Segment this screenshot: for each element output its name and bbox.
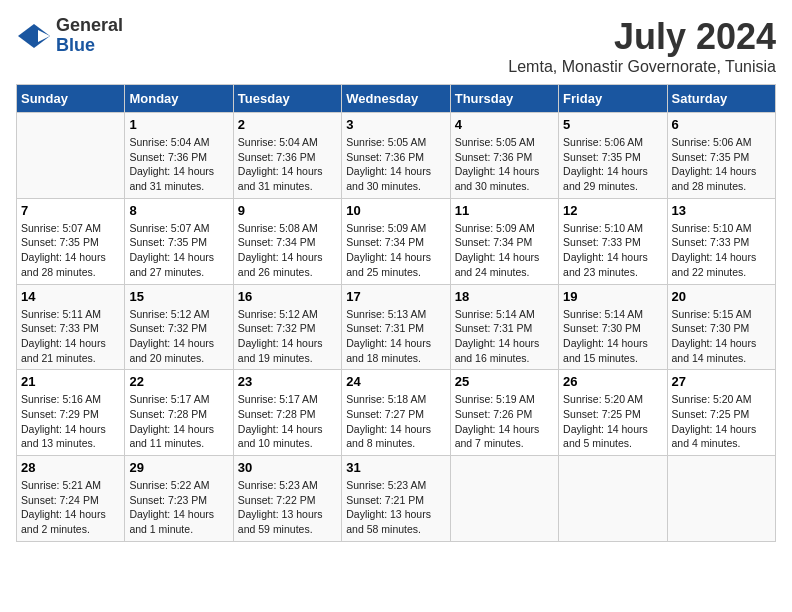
calendar-table: SundayMondayTuesdayWednesdayThursdayFrid…	[16, 84, 776, 542]
day-detail: Sunrise: 5:21 AMSunset: 7:24 PMDaylight:…	[21, 478, 120, 537]
day-number: 13	[672, 203, 771, 218]
day-detail: Sunrise: 5:05 AMSunset: 7:36 PMDaylight:…	[346, 135, 445, 194]
day-detail: Sunrise: 5:07 AMSunset: 7:35 PMDaylight:…	[21, 221, 120, 280]
day-number: 7	[21, 203, 120, 218]
logo-text-blue: Blue	[56, 35, 95, 55]
calendar-cell: 8Sunrise: 5:07 AMSunset: 7:35 PMDaylight…	[125, 198, 233, 284]
calendar-cell: 10Sunrise: 5:09 AMSunset: 7:34 PMDayligh…	[342, 198, 450, 284]
col-header-sunday: Sunday	[17, 85, 125, 113]
day-detail: Sunrise: 5:23 AMSunset: 7:22 PMDaylight:…	[238, 478, 337, 537]
calendar-cell: 7Sunrise: 5:07 AMSunset: 7:35 PMDaylight…	[17, 198, 125, 284]
day-detail: Sunrise: 5:18 AMSunset: 7:27 PMDaylight:…	[346, 392, 445, 451]
calendar-cell: 22Sunrise: 5:17 AMSunset: 7:28 PMDayligh…	[125, 370, 233, 456]
day-number: 8	[129, 203, 228, 218]
day-number: 20	[672, 289, 771, 304]
calendar-cell: 29Sunrise: 5:22 AMSunset: 7:23 PMDayligh…	[125, 456, 233, 542]
day-number: 24	[346, 374, 445, 389]
calendar-cell	[667, 456, 775, 542]
day-detail: Sunrise: 5:12 AMSunset: 7:32 PMDaylight:…	[129, 307, 228, 366]
day-number: 23	[238, 374, 337, 389]
day-detail: Sunrise: 5:07 AMSunset: 7:35 PMDaylight:…	[129, 221, 228, 280]
day-number: 30	[238, 460, 337, 475]
title-block: July 2024 Lemta, Monastir Governorate, T…	[508, 16, 776, 76]
day-number: 14	[21, 289, 120, 304]
col-header-tuesday: Tuesday	[233, 85, 341, 113]
day-detail: Sunrise: 5:19 AMSunset: 7:26 PMDaylight:…	[455, 392, 554, 451]
day-detail: Sunrise: 5:09 AMSunset: 7:34 PMDaylight:…	[455, 221, 554, 280]
day-number: 12	[563, 203, 662, 218]
calendar-cell: 30Sunrise: 5:23 AMSunset: 7:22 PMDayligh…	[233, 456, 341, 542]
day-detail: Sunrise: 5:09 AMSunset: 7:34 PMDaylight:…	[346, 221, 445, 280]
calendar-cell: 28Sunrise: 5:21 AMSunset: 7:24 PMDayligh…	[17, 456, 125, 542]
calendar-cell: 21Sunrise: 5:16 AMSunset: 7:29 PMDayligh…	[17, 370, 125, 456]
day-number: 16	[238, 289, 337, 304]
calendar-cell: 3Sunrise: 5:05 AMSunset: 7:36 PMDaylight…	[342, 113, 450, 199]
calendar-cell: 13Sunrise: 5:10 AMSunset: 7:33 PMDayligh…	[667, 198, 775, 284]
calendar-cell	[450, 456, 558, 542]
day-number: 11	[455, 203, 554, 218]
calendar-cell	[559, 456, 667, 542]
calendar-cell: 25Sunrise: 5:19 AMSunset: 7:26 PMDayligh…	[450, 370, 558, 456]
day-detail: Sunrise: 5:04 AMSunset: 7:36 PMDaylight:…	[129, 135, 228, 194]
day-detail: Sunrise: 5:20 AMSunset: 7:25 PMDaylight:…	[563, 392, 662, 451]
day-detail: Sunrise: 5:14 AMSunset: 7:30 PMDaylight:…	[563, 307, 662, 366]
calendar-cell: 1Sunrise: 5:04 AMSunset: 7:36 PMDaylight…	[125, 113, 233, 199]
day-detail: Sunrise: 5:20 AMSunset: 7:25 PMDaylight:…	[672, 392, 771, 451]
col-header-monday: Monday	[125, 85, 233, 113]
day-number: 3	[346, 117, 445, 132]
calendar-cell: 24Sunrise: 5:18 AMSunset: 7:27 PMDayligh…	[342, 370, 450, 456]
calendar-cell: 19Sunrise: 5:14 AMSunset: 7:30 PMDayligh…	[559, 284, 667, 370]
calendar-cell: 26Sunrise: 5:20 AMSunset: 7:25 PMDayligh…	[559, 370, 667, 456]
day-number: 21	[21, 374, 120, 389]
day-detail: Sunrise: 5:08 AMSunset: 7:34 PMDaylight:…	[238, 221, 337, 280]
day-detail: Sunrise: 5:05 AMSunset: 7:36 PMDaylight:…	[455, 135, 554, 194]
col-header-saturday: Saturday	[667, 85, 775, 113]
subtitle: Lemta, Monastir Governorate, Tunisia	[508, 58, 776, 76]
calendar-cell: 23Sunrise: 5:17 AMSunset: 7:28 PMDayligh…	[233, 370, 341, 456]
day-detail: Sunrise: 5:17 AMSunset: 7:28 PMDaylight:…	[238, 392, 337, 451]
day-number: 28	[21, 460, 120, 475]
day-number: 1	[129, 117, 228, 132]
day-number: 31	[346, 460, 445, 475]
day-number: 29	[129, 460, 228, 475]
day-detail: Sunrise: 5:11 AMSunset: 7:33 PMDaylight:…	[21, 307, 120, 366]
day-number: 6	[672, 117, 771, 132]
day-number: 2	[238, 117, 337, 132]
day-number: 18	[455, 289, 554, 304]
logo-text-general: General	[56, 15, 123, 35]
calendar-cell: 5Sunrise: 5:06 AMSunset: 7:35 PMDaylight…	[559, 113, 667, 199]
day-detail: Sunrise: 5:13 AMSunset: 7:31 PMDaylight:…	[346, 307, 445, 366]
calendar-cell: 31Sunrise: 5:23 AMSunset: 7:21 PMDayligh…	[342, 456, 450, 542]
day-detail: Sunrise: 5:22 AMSunset: 7:23 PMDaylight:…	[129, 478, 228, 537]
day-detail: Sunrise: 5:06 AMSunset: 7:35 PMDaylight:…	[563, 135, 662, 194]
day-detail: Sunrise: 5:15 AMSunset: 7:30 PMDaylight:…	[672, 307, 771, 366]
day-number: 10	[346, 203, 445, 218]
calendar-cell: 2Sunrise: 5:04 AMSunset: 7:36 PMDaylight…	[233, 113, 341, 199]
day-number: 9	[238, 203, 337, 218]
calendar-cell: 20Sunrise: 5:15 AMSunset: 7:30 PMDayligh…	[667, 284, 775, 370]
calendar-cell: 16Sunrise: 5:12 AMSunset: 7:32 PMDayligh…	[233, 284, 341, 370]
calendar-cell: 14Sunrise: 5:11 AMSunset: 7:33 PMDayligh…	[17, 284, 125, 370]
day-number: 17	[346, 289, 445, 304]
page-header: General Blue July 2024 Lemta, Monastir G…	[16, 16, 776, 76]
calendar-cell: 11Sunrise: 5:09 AMSunset: 7:34 PMDayligh…	[450, 198, 558, 284]
calendar-cell: 6Sunrise: 5:06 AMSunset: 7:35 PMDaylight…	[667, 113, 775, 199]
day-detail: Sunrise: 5:04 AMSunset: 7:36 PMDaylight:…	[238, 135, 337, 194]
calendar-cell: 4Sunrise: 5:05 AMSunset: 7:36 PMDaylight…	[450, 113, 558, 199]
day-number: 15	[129, 289, 228, 304]
col-header-thursday: Thursday	[450, 85, 558, 113]
day-detail: Sunrise: 5:10 AMSunset: 7:33 PMDaylight:…	[563, 221, 662, 280]
day-number: 25	[455, 374, 554, 389]
main-title: July 2024	[508, 16, 776, 58]
day-number: 26	[563, 374, 662, 389]
day-number: 27	[672, 374, 771, 389]
calendar-cell: 27Sunrise: 5:20 AMSunset: 7:25 PMDayligh…	[667, 370, 775, 456]
day-detail: Sunrise: 5:12 AMSunset: 7:32 PMDaylight:…	[238, 307, 337, 366]
logo-icon	[16, 22, 52, 50]
calendar-cell: 18Sunrise: 5:14 AMSunset: 7:31 PMDayligh…	[450, 284, 558, 370]
day-number: 22	[129, 374, 228, 389]
logo: General Blue	[16, 16, 123, 56]
day-detail: Sunrise: 5:16 AMSunset: 7:29 PMDaylight:…	[21, 392, 120, 451]
day-detail: Sunrise: 5:14 AMSunset: 7:31 PMDaylight:…	[455, 307, 554, 366]
day-detail: Sunrise: 5:10 AMSunset: 7:33 PMDaylight:…	[672, 221, 771, 280]
